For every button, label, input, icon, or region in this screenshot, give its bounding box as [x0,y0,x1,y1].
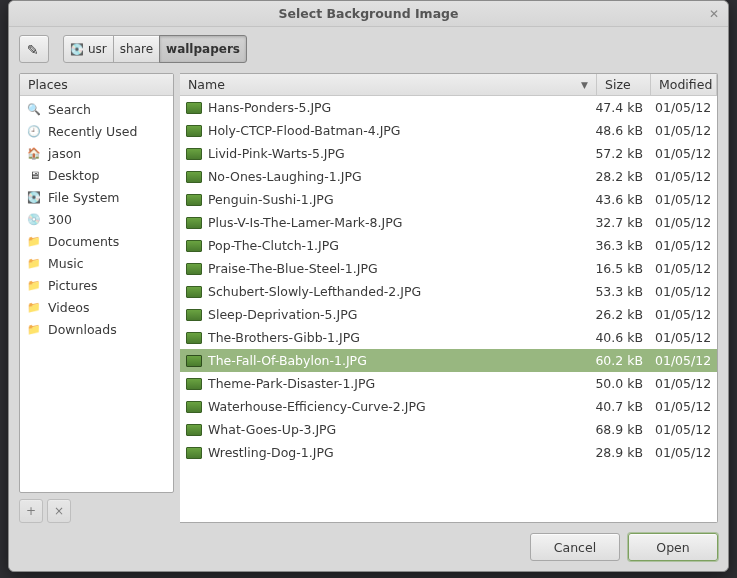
place-videos[interactable]: Videos [20,296,173,318]
file-size: 57.2 kB [589,146,651,161]
file-row[interactable]: The-Fall-Of-Babylon-1.JPG60.2 kB01/05/12 [180,349,717,372]
file-row[interactable]: Schubert-Slowly-Lefthanded-2.JPG53.3 kB0… [180,280,717,303]
file-size: 50.0 kB [589,376,651,391]
add-bookmark-button[interactable]: + [19,499,43,523]
place-label: Search [48,102,91,117]
place-pictures[interactable]: Pictures [20,274,173,296]
place-search[interactable]: Search [20,98,173,120]
file-modified: 01/05/12 [651,192,717,207]
drive-icon [70,42,84,56]
file-modified: 01/05/12 [651,445,717,460]
cancel-button[interactable]: Cancel [530,533,620,561]
place-recently-used[interactable]: Recently Used [20,120,173,142]
image-file-icon [186,447,202,459]
drive-icon [26,189,42,205]
place-label: Downloads [48,322,117,337]
image-file-icon [186,309,202,321]
search-icon [26,101,42,117]
image-file-icon [186,401,202,413]
file-modified: 01/05/12 [651,330,717,345]
place-jason[interactable]: jason [20,142,173,164]
file-row[interactable]: Waterhouse-Efficiency-Curve-2.JPG40.7 kB… [180,395,717,418]
file-size: 32.7 kB [589,215,651,230]
close-icon[interactable]: ✕ [706,6,722,22]
place-label: Pictures [48,278,98,293]
place-label: Videos [48,300,90,315]
main-area: Places SearchRecently UsedjasonDesktopFi… [19,73,718,523]
file-row[interactable]: No-Ones-Laughing-1.JPG28.2 kB01/05/12 [180,165,717,188]
image-file-icon [186,148,202,160]
file-name: Theme-Park-Disaster-1.JPG [208,376,375,391]
place-label: Desktop [48,168,100,183]
file-row[interactable]: Sleep-Deprivation-5.JPG26.2 kB01/05/12 [180,303,717,326]
file-size: 40.7 kB [589,399,651,414]
file-modified: 01/05/12 [651,353,717,368]
column-header-name[interactable]: Name ▼ [180,74,597,95]
image-file-icon [186,355,202,367]
sidebar: Places SearchRecently UsedjasonDesktopFi… [19,73,174,523]
column-header-size[interactable]: Size [597,74,651,95]
place-music[interactable]: Music [20,252,173,274]
file-name: Schubert-Slowly-Lefthanded-2.JPG [208,284,421,299]
path-segment-label: wallpapers [166,42,240,56]
file-row[interactable]: Theme-Park-Disaster-1.JPG50.0 kB01/05/12 [180,372,717,395]
folder-icon [26,299,42,315]
file-size: 53.3 kB [589,284,651,299]
file-size: 28.2 kB [589,169,651,184]
file-row[interactable]: Hans-Ponders-5.JPG47.4 kB01/05/12 [180,96,717,119]
remove-bookmark-button[interactable]: × [47,499,71,523]
file-row[interactable]: The-Brothers-Gibb-1.JPG40.6 kB01/05/12 [180,326,717,349]
path-segment-share[interactable]: share [113,35,160,63]
file-row[interactable]: Pop-The-Clutch-1.JPG36.3 kB01/05/12 [180,234,717,257]
file-row[interactable]: Praise-The-Blue-Steel-1.JPG16.5 kB01/05/… [180,257,717,280]
path-edit-button[interactable] [19,35,49,63]
place-downloads[interactable]: Downloads [20,318,173,340]
image-file-icon [186,171,202,183]
file-name: No-Ones-Laughing-1.JPG [208,169,362,184]
file-row[interactable]: Wrestling-Dog-1.JPG28.9 kB01/05/12 [180,441,717,464]
image-file-icon [186,217,202,229]
place-desktop[interactable]: Desktop [20,164,173,186]
file-size: 60.2 kB [589,353,651,368]
file-size: 47.4 kB [589,100,651,115]
file-modified: 01/05/12 [651,284,717,299]
dialog-buttons: Cancel Open [19,533,718,561]
file-modified: 01/05/12 [651,261,717,276]
file-name: Hans-Ponders-5.JPG [208,100,331,115]
file-name: Wrestling-Dog-1.JPG [208,445,334,460]
open-button[interactable]: Open [628,533,718,561]
pencil-icon [27,42,41,56]
file-row[interactable]: Plus-V-Is-The-Lamer-Mark-8.JPG32.7 kB01/… [180,211,717,234]
file-name: Pop-The-Clutch-1.JPG [208,238,339,253]
file-list-body[interactable]: Hans-Ponders-5.JPG47.4 kB01/05/12Holy-CT… [180,96,717,522]
place-300[interactable]: 300 [20,208,173,230]
titlebar[interactable]: Select Background Image ✕ [9,1,728,27]
file-modified: 01/05/12 [651,146,717,161]
file-size: 36.3 kB [589,238,651,253]
path-segment-label: share [120,42,153,56]
places-panel: Places SearchRecently UsedjasonDesktopFi… [19,73,174,493]
file-modified: 01/05/12 [651,123,717,138]
image-file-icon [186,263,202,275]
dialog-content: usrsharewallpapers Places SearchRecently… [9,27,728,571]
file-list-panel: Name ▼ Size Modified Hans-Ponders-5.JPG4… [180,73,718,523]
image-file-icon [186,194,202,206]
file-name: The-Brothers-Gibb-1.JPG [208,330,360,345]
file-name: What-Goes-Up-3.JPG [208,422,336,437]
file-name: Penguin-Sushi-1.JPG [208,192,334,207]
window-title: Select Background Image [279,6,459,21]
file-row[interactable]: Livid-Pink-Warts-5.JPG57.2 kB01/05/12 [180,142,717,165]
path-segment-wallpapers[interactable]: wallpapers [159,35,247,63]
file-row[interactable]: What-Goes-Up-3.JPG68.9 kB01/05/12 [180,418,717,441]
path-segment-usr[interactable]: usr [63,35,114,63]
file-row[interactable]: Penguin-Sushi-1.JPG43.6 kB01/05/12 [180,188,717,211]
file-size: 16.5 kB [589,261,651,276]
place-file-system[interactable]: File System [20,186,173,208]
file-modified: 01/05/12 [651,215,717,230]
folder-icon [26,255,42,271]
file-row[interactable]: Holy-CTCP-Flood-Batman-4.JPG48.6 kB01/05… [180,119,717,142]
place-documents[interactable]: Documents [20,230,173,252]
file-size: 28.9 kB [589,445,651,460]
recent-icon [26,123,42,139]
column-header-modified[interactable]: Modified [651,74,717,95]
